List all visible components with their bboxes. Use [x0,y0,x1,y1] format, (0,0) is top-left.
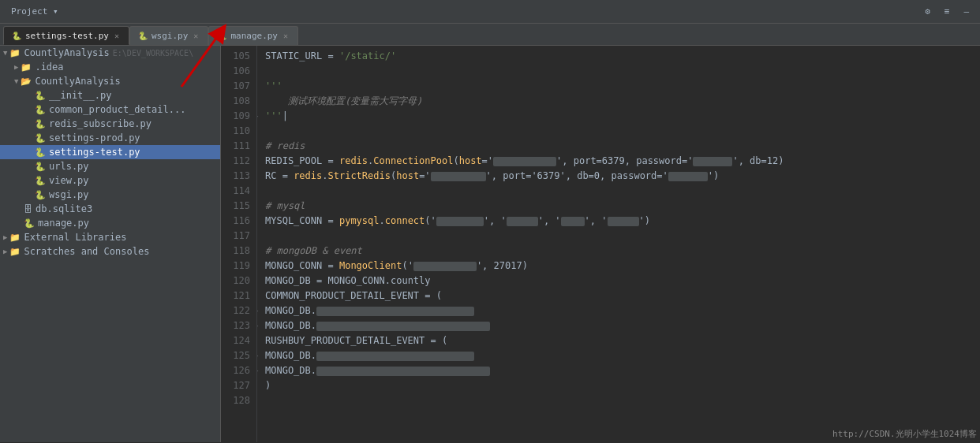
countlyanalysis-icon: 📂 [21,76,32,87]
line-number: 126 [221,363,250,378]
idea-icon: 📁 [21,62,32,73]
toolbar: Project ▾ ⚙ ≡ — [0,0,980,24]
fold-icon[interactable]: ▶ [257,363,258,378]
tab-bar: 🐍 settings-test.py ✕🐍 wsgi.py ✕🐍 manage.… [0,24,980,46]
sidebar-label: db.sqlite3 [36,203,92,214]
code-line: RUSHBUY_PRODUCT_DETAIL_EVENT = ( [265,333,972,348]
sidebar-item-urls[interactable]: 🐍urls.py [0,159,220,173]
watermark: http://CSDN.光明小学生1024博客 [832,428,977,440]
code-line: STATIC_URL = '/static/' [265,49,972,64]
fold-icon[interactable]: ▶ [257,303,258,318]
common-icon: 🐍 [35,105,46,115]
redis_subscribe-icon: 🐍 [35,119,46,129]
code-line [265,393,972,408]
project-dropdown[interactable]: Project ▾ [6,5,63,18]
code-line: # mongoDB & event [265,244,972,259]
init-icon: 🐍 [35,91,46,101]
sidebar-item-settings_test[interactable]: 🐍settings-test.py [0,145,220,159]
line-number: 120 [221,274,250,289]
sidebar-item-redis_subscribe[interactable]: 🐍redis_subscribe.py [0,117,220,131]
manage-icon: 🐍 [24,218,35,229]
sidebar-label: urls.py [49,161,89,172]
line-number: 127 [221,378,250,393]
sidebar-label: settings-test.py [49,147,140,158]
line-number: 128 [221,393,250,408]
python-icon: 🐍 [12,32,21,40]
sidebar-label: CountlyAnalysis [35,76,120,87]
code-content[interactable]: STATIC_URL = '/static/'''' 测试环境配置(变量需大写字… [257,46,980,442]
code-line: MONGO_DB = MONGO_CONN.countly [265,274,972,289]
sidebar-item-view[interactable]: 🐍view.py [0,173,220,188]
sidebar-item-init[interactable]: 🐍__init__.py [0,88,220,102]
line-number: 112 [221,154,250,169]
code-line: 测试环境配置(变量需大写字母) [265,94,972,109]
code-line [265,184,972,199]
sidebar-item-wsgi[interactable]: 🐍wsgi.py [0,188,220,202]
fold-icon[interactable]: ▶ [257,348,258,363]
line-number: 124 [221,333,250,348]
tab-close-icon[interactable]: ✕ [113,31,121,41]
tree-arrow: ▶ [3,248,7,255]
sidebar-item-settings_prod[interactable]: 🐍settings-prod.py [0,131,220,145]
menu-icon[interactable]: ≡ [940,5,955,18]
line-number: 117 [221,229,250,244]
sidebar-label: __init__.py [49,90,111,101]
wsgi-icon: 🐍 [35,190,46,200]
sidebar-item-db_sqlite[interactable]: 🗄db.sqlite3 [0,202,220,216]
tab-settings-test[interactable]: 🐍 settings-test.py ✕ [3,26,129,45]
sidebar-item-external_libs[interactable]: ▶📁External Libraries [0,230,220,244]
line-number: 125 [221,348,250,363]
code-line [265,229,972,244]
sidebar-item-manage[interactable]: 🐍manage.py [0,216,220,230]
tab-wsgi[interactable]: 🐍 wsgi.py ✕ [129,26,208,45]
settings-icon[interactable]: ⚙ [920,5,935,18]
code-line [265,124,972,139]
sidebar-item-scratches[interactable]: ▶📁Scratches and Consoles [0,244,220,259]
editor-area: 1051061071081091101111121131141151161171… [221,46,980,442]
settings_prod-icon: 🐍 [35,133,46,143]
fold-icon[interactable]: ▶ [257,318,258,333]
line-number: 123 [221,318,250,333]
view-icon: 🐍 [35,176,46,186]
code-line [265,64,972,79]
code-line: MONGO_CONN = MongoClient(' ', 27017) [265,259,972,274]
code-line: COMMON_PRODUCT_DETAIL_EVENT = ( [265,289,972,303]
line-number: 114 [221,184,250,199]
minimize-icon[interactable]: — [959,5,974,18]
line-number: 116 [221,214,250,229]
code-line: ) [265,378,972,393]
code-line: ''' [265,79,972,94]
code-line: ▶ MONGO_DB. [265,318,972,333]
settings_test-icon: 🐍 [35,147,46,158]
sidebar-item-countlyanalysis[interactable]: ▼📂CountlyAnalysis [0,74,220,88]
db_sqlite-icon: 🗄 [24,204,32,214]
line-number: 106 [221,64,250,79]
sidebar: ▼ 📁 CountlyAnalysis E:\DEV_WORKSPACE\ ▶📁… [0,46,221,442]
urls-icon: 🐍 [35,162,46,172]
sidebar-tree: ▶📁.idea▼📂CountlyAnalysis🐍__init__.py🐍com… [0,60,220,259]
external_libs-icon: 📁 [9,233,21,243]
code-line: REDIS_POOL = redis.ConnectionPool(host='… [265,154,972,169]
sidebar-item-idea[interactable]: ▶📁.idea [0,60,220,74]
line-number: 119 [221,259,250,274]
code-line: ▶'''| [265,109,972,124]
code-line: ▶ MONGO_DB. [265,363,972,378]
main-layout: ▼ 📁 CountlyAnalysis E:\DEV_WORKSPACE\ ▶📁… [0,46,980,442]
line-number: 122 [221,303,250,318]
line-number: 111 [221,139,250,154]
sidebar-label: .idea [35,61,63,73]
line-number: 121 [221,289,250,303]
sidebar-label: External Libraries [24,232,126,243]
line-number: 105 [221,49,250,64]
line-number: 113 [221,169,250,184]
line-number: 109 [221,109,250,124]
project-root[interactable]: ▼ 📁 CountlyAnalysis E:\DEV_WORKSPACE\ [0,46,220,60]
sidebar-label: settings-prod.py [49,132,140,143]
sidebar-label: Scratches and Consoles [24,246,149,257]
tab-close-icon[interactable]: ✕ [282,31,290,41]
line-number: 110 [221,124,250,139]
tab-manage[interactable]: 🐍 manage.py ✕ [208,26,298,45]
tab-close-icon[interactable]: ✕ [192,31,200,41]
fold-icon[interactable]: ▶ [257,109,258,124]
sidebar-item-common[interactable]: 🐍common_product_detail... [0,102,220,117]
